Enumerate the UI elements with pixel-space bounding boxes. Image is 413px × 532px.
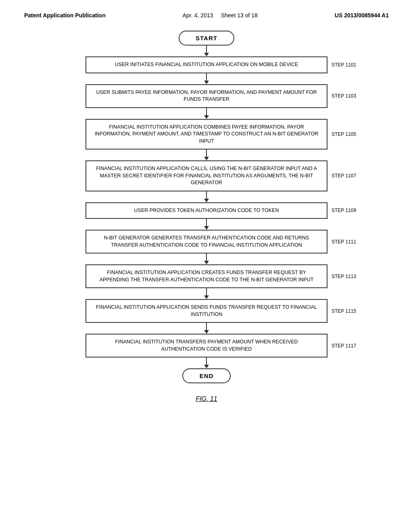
step-1105-wrapper: FINANCIAL INSTITUTION APPLICATION COMBIN… xyxy=(24,119,389,150)
step-1103-box: USER SUBMITS PAYEE INFORMATION, PAYOR IN… xyxy=(86,84,327,108)
arrow-start-to-1101 xyxy=(204,46,209,56)
header-sheet: Sheet 13 of 18 xyxy=(221,12,258,19)
step-1113-wrapper: FINANCIAL INSTITUTION APPLICATION CREATE… xyxy=(24,264,389,288)
header-patent-number: US 2013/0085944 A1 xyxy=(335,12,389,19)
arrow-head xyxy=(204,330,209,334)
arrow-1117-to-end xyxy=(204,357,209,368)
arrow-head xyxy=(204,199,209,202)
arrow-1109-to-1111 xyxy=(204,219,209,230)
step-1115-wrapper: FINANCIAL INSTITUTION APPLICATION SENDS … xyxy=(24,299,389,323)
arrow-head xyxy=(204,115,209,119)
step-1101-box: USER INITIATES FINANCIAL INSTITUTION APP… xyxy=(86,56,327,73)
step-1107-label: STEP 1107 xyxy=(332,173,356,179)
step-1103-wrapper: USER SUBMITS PAYEE INFORMATION, PAYOR IN… xyxy=(24,84,389,108)
arrow-1103-to-1105 xyxy=(204,108,209,119)
step-1101-wrapper: USER INITIATES FINANCIAL INSTITUTION APP… xyxy=(24,56,389,73)
step-1109-box: USER PROVIDES TOKEN AUTHORIZATION CODE T… xyxy=(86,202,327,219)
arrow-head xyxy=(204,226,209,230)
arrow-line xyxy=(206,323,207,330)
page: Patent Application Publication Apr. 4, 2… xyxy=(0,0,413,532)
step-1113-box: FINANCIAL INSTITUTION APPLICATION CREATE… xyxy=(86,264,327,288)
arrow-head xyxy=(204,53,209,56)
arrow-head xyxy=(204,365,209,368)
arrow-line xyxy=(206,73,207,81)
arrow-1111-to-1113 xyxy=(204,254,209,264)
step-1107-wrapper: FINANCIAL INSTITUTION APPLICATION CALLS,… xyxy=(24,160,389,191)
arrow-head xyxy=(204,261,209,264)
flowchart: START USER INITIATES FINANCIAL INSTITUTI… xyxy=(24,31,389,383)
step-1111-label: STEP 1111 xyxy=(332,239,356,245)
step-1101-label: STEP 1101 xyxy=(332,62,356,68)
header-date: Apr. 4, 2013 xyxy=(183,12,213,19)
arrow-line xyxy=(206,254,207,261)
arrow-line xyxy=(206,219,207,226)
arrow-line xyxy=(206,191,207,199)
step-1107-box: FINANCIAL INSTITUTION APPLICATION CALLS,… xyxy=(86,160,327,191)
start-terminal: START xyxy=(179,31,234,46)
arrow-line xyxy=(206,108,207,115)
step-1111-wrapper: N-BIT GENERATOR GENERATES TRANSFER AUTHE… xyxy=(24,230,389,254)
arrow-head xyxy=(204,157,209,160)
arrow-line xyxy=(206,357,207,365)
step-1109-wrapper: USER PROVIDES TOKEN AUTHORIZATION CODE T… xyxy=(24,202,389,219)
step-1111-box: N-BIT GENERATOR GENERATES TRANSFER AUTHE… xyxy=(86,230,327,254)
arrow-line xyxy=(206,150,207,157)
step-1103-label: STEP 1103 xyxy=(332,93,356,99)
arrow-head xyxy=(204,295,209,299)
step-1109-label: STEP 1109 xyxy=(332,208,356,213)
step-1113-label: STEP 1113 xyxy=(332,274,356,279)
step-1115-label: STEP 1115 xyxy=(332,308,356,314)
step-1105-box: FINANCIAL INSTITUTION APPLICATION COMBIN… xyxy=(86,119,327,150)
header-date-sheet: Apr. 4, 2013 Sheet 13 of 18 xyxy=(183,12,258,19)
arrow-line xyxy=(206,288,207,295)
arrow-1113-to-1115 xyxy=(204,288,209,299)
figure-caption-text: FIG. 11 xyxy=(196,395,217,402)
header-publication-label: Patent Application Publication xyxy=(24,12,106,19)
arrow-1101-to-1103 xyxy=(204,73,209,84)
arrow-1107-to-1109 xyxy=(204,191,209,202)
arrow-1115-to-1117 xyxy=(204,323,209,334)
arrow-1105-to-1107 xyxy=(204,150,209,160)
arrow-head xyxy=(204,81,209,84)
arrow-line xyxy=(206,46,207,53)
header: Patent Application Publication Apr. 4, 2… xyxy=(24,12,389,19)
step-1117-label: STEP 1117 xyxy=(332,343,356,349)
step-1105-label: STEP 1105 xyxy=(332,131,356,137)
end-terminal: END xyxy=(182,368,231,383)
step-1117-box: FINANCIAL INSTITUTION TRANSFERS PAYMENT … xyxy=(86,334,327,357)
step-1115-box: FINANCIAL INSTITUTION APPLICATION SENDS … xyxy=(86,299,327,323)
step-1117-wrapper: FINANCIAL INSTITUTION TRANSFERS PAYMENT … xyxy=(24,334,389,357)
figure-caption: FIG. 11 xyxy=(24,395,389,403)
